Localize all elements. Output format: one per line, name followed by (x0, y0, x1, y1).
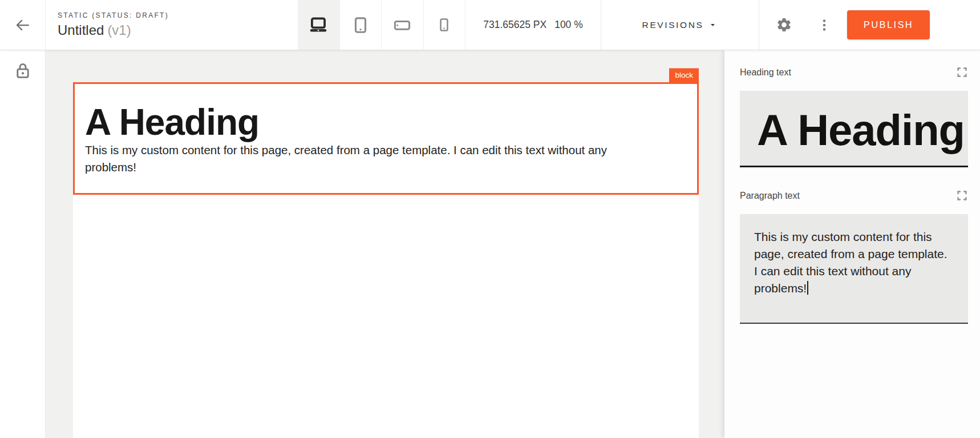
arrow-left-icon (14, 17, 31, 34)
back-button[interactable] (0, 0, 46, 50)
paragraph-field: Paragraph text This is my custom content… (740, 190, 968, 324)
kebab-menu-icon (817, 18, 832, 33)
page-preview: block A Heading This is my custom conten… (73, 82, 699, 438)
publish-button[interactable]: PUBLISH (847, 10, 930, 39)
more-options-button[interactable] (817, 18, 832, 33)
document-title-group[interactable]: STATIC (STATUS: DRAFT) Untitled(v1) (46, 0, 298, 50)
heading-field-label: Heading text (740, 67, 791, 78)
device-phone-landscape-button[interactable] (381, 0, 423, 50)
paragraph-field-expand-button[interactable] (956, 190, 968, 202)
left-rail (0, 50, 46, 438)
device-desktop-button[interactable] (298, 0, 339, 50)
version-label: (v1) (107, 22, 131, 38)
fullscreen-icon (956, 190, 968, 202)
gear-icon (776, 17, 792, 33)
phone-portrait-icon (435, 16, 453, 34)
block-type-badge: block (669, 69, 699, 83)
content-block[interactable]: block A Heading This is my custom conten… (73, 82, 699, 195)
laptop-icon (307, 14, 329, 36)
paragraph-field-label: Paragraph text (740, 191, 800, 201)
text-cursor (807, 281, 808, 295)
device-tablet-button[interactable] (339, 0, 382, 50)
viewport-width-value: 731.65625 PX (483, 19, 546, 31)
paragraph-field-value: This is my custom content for this page,… (754, 230, 947, 295)
lock-icon (13, 61, 33, 81)
tablet-icon (351, 15, 370, 35)
revisions-label: REVISIONS (642, 20, 704, 30)
top-bar: STATIC (STATUS: DRAFT) Untitled(v1) (0, 0, 980, 50)
heading-field-input[interactable]: A Heading (740, 91, 968, 167)
device-phone-portrait-button[interactable] (423, 0, 465, 50)
page-title: Untitled (58, 22, 104, 38)
document-type-status: STATIC (STATUS: DRAFT) (58, 11, 298, 19)
field-editor-sidebar: Heading text A Heading Paragraph text (724, 50, 980, 438)
heading-field-expand-button[interactable] (956, 66, 968, 78)
editor-canvas: block A Heading This is my custom conten… (46, 50, 724, 438)
page-heading[interactable]: A Heading (85, 104, 686, 140)
topbar-actions: PUBLISH (759, 0, 980, 50)
revisions-dropdown[interactable]: REVISIONS (601, 0, 759, 50)
paragraph-field-input[interactable]: This is my custom content for this page,… (740, 214, 968, 324)
viewport-dimensions: 731.65625 PX 100 % (465, 0, 601, 50)
heading-field-value: A Heading (757, 105, 965, 152)
fullscreen-icon (956, 66, 968, 78)
zoom-level-value: 100 % (554, 19, 583, 31)
device-preview-toolbar (298, 0, 465, 50)
chevron-down-icon (708, 20, 718, 30)
page-paragraph[interactable]: This is my custom content for this page,… (85, 142, 633, 176)
phone-landscape-icon (392, 15, 412, 35)
lock-toggle-button[interactable] (13, 61, 33, 81)
heading-field: Heading text A Heading (740, 66, 968, 167)
settings-button[interactable] (776, 17, 792, 33)
